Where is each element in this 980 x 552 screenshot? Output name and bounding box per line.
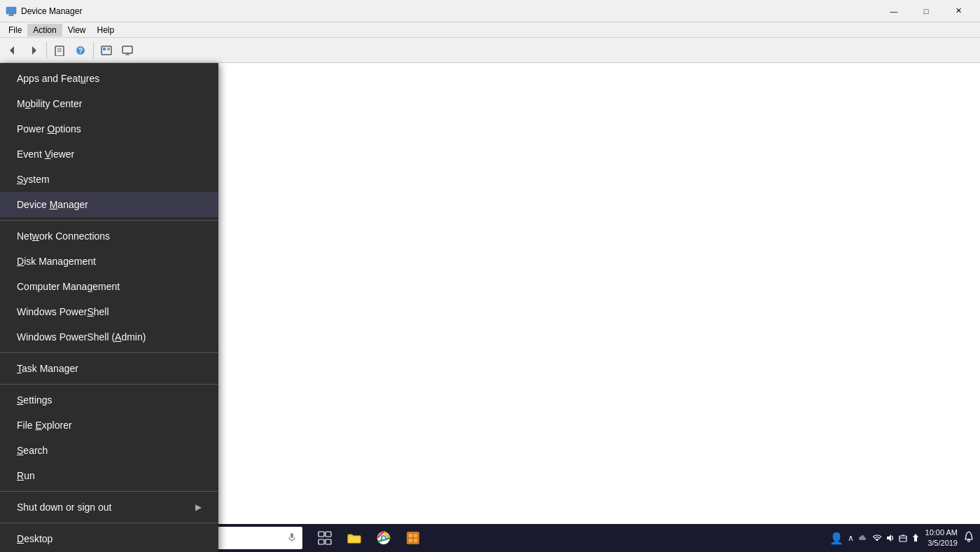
wifi-icon (872, 534, 882, 542)
menu-item-label: Windows PowerShell (17, 306, 109, 317)
menu-item-label: Computer Management (17, 281, 120, 292)
svg-rect-28 (318, 532, 324, 537)
menu-separator-3 (0, 384, 218, 385)
volume-icon (886, 533, 895, 543)
svg-rect-40 (409, 539, 412, 542)
menu-item-disk-management[interactable]: Disk Management (0, 249, 218, 274)
upload-icon (911, 533, 920, 543)
back-button[interactable] (3, 41, 22, 60)
cloud-icon (858, 533, 868, 543)
app-button[interactable] (399, 524, 427, 552)
svg-rect-41 (414, 539, 417, 542)
menu-file[interactable]: File (3, 24, 27, 36)
menu-item-search[interactable]: Search (0, 438, 218, 463)
menu-item-computer-management[interactable]: Computer Management (0, 274, 218, 299)
maximize-button[interactable]: □ (910, 0, 942, 22)
clock-date: 3/5/2019 (925, 538, 958, 548)
taskbar-clock[interactable]: 10:00 AM 3/5/2019 (925, 527, 958, 549)
properties-button[interactable] (50, 41, 69, 60)
menu-action[interactable]: Action (27, 24, 62, 36)
menu-help[interactable]: Help (92, 24, 120, 36)
update-button[interactable] (97, 41, 116, 60)
menu-item-label: Search (17, 445, 48, 456)
menu-separator-1 (0, 220, 218, 221)
chrome-button[interactable] (370, 524, 398, 552)
titlebar: Device Manager — □ ✕ (0, 0, 980, 22)
menu-item-shut-down[interactable]: Shut down or sign out ▶ (0, 495, 218, 520)
menu-item-network-connections[interactable]: Network Connections (0, 223, 218, 249)
menu-item-label: Apps and Features (17, 73, 99, 84)
window-title: Device Manager (21, 6, 878, 16)
svg-rect-0 (6, 7, 16, 14)
window-controls: — □ ✕ (878, 0, 974, 22)
monitor-button[interactable] (118, 41, 137, 60)
svg-marker-4 (32, 46, 36, 55)
app-icon (6, 6, 17, 17)
taskbar-apps (305, 524, 433, 552)
task-view-button[interactable] (311, 524, 339, 552)
menu-item-apps-features[interactable]: Apps and Features (0, 66, 218, 91)
network-icon (899, 533, 907, 543)
svg-rect-43 (899, 536, 906, 541)
menu-item-label: Settings (17, 394, 52, 406)
svg-rect-1 (9, 14, 13, 15)
svg-rect-30 (318, 539, 324, 544)
svg-rect-31 (326, 539, 331, 544)
menu-item-label: Run (17, 470, 35, 481)
forward-button[interactable] (24, 41, 43, 60)
svg-text:?: ? (78, 47, 83, 55)
file-explorer-button[interactable] (340, 524, 368, 552)
menu-item-windows-powershell[interactable]: Windows PowerShell (0, 299, 218, 324)
menu-item-label: File Explorer (17, 420, 72, 431)
menu-separator-4 (0, 491, 218, 492)
svg-point-36 (382, 537, 385, 539)
menu-item-label: System (17, 174, 50, 185)
menu-item-windows-powershell-admin[interactable]: Windows PowerShell (Admin) (0, 324, 218, 350)
clock-time: 10:00 AM (925, 527, 958, 538)
svg-rect-37 (407, 532, 419, 544)
mic-icon (287, 532, 297, 544)
menu-item-desktop[interactable]: Desktop (0, 526, 218, 551)
menu-item-label: Event Viewer (17, 149, 74, 160)
menu-item-power-options[interactable]: Power Options (0, 116, 218, 142)
svg-rect-39 (414, 534, 417, 537)
svg-rect-26 (290, 533, 293, 538)
svg-marker-42 (887, 534, 891, 541)
menu-item-settings[interactable]: Settings (0, 387, 218, 413)
toolbar-separator-1 (46, 42, 47, 59)
help-button[interactable]: ? (71, 41, 90, 60)
toolbar-separator-2 (93, 42, 94, 59)
menu-item-label: Device Manager (17, 199, 88, 210)
taskbar-right: 👤 ∧ 10:00 AM (824, 527, 980, 549)
menu-item-mobility-center[interactable]: Mobility Center (0, 91, 218, 116)
svg-rect-14 (122, 46, 132, 53)
menu-item-label: Shut down or sign out (17, 502, 111, 513)
menu-item-label: Desktop (17, 533, 52, 544)
submenu-arrow-icon: ▶ (195, 502, 202, 512)
system-tray: 👤 ∧ (830, 532, 920, 545)
menu-item-task-manager[interactable]: Task Manager (0, 356, 218, 381)
show-hidden-icon[interactable]: ∧ (848, 533, 854, 543)
menu-item-system[interactable]: System (0, 167, 218, 192)
svg-rect-32 (348, 536, 360, 543)
notification-button[interactable] (963, 531, 974, 545)
menu-separator-5 (0, 523, 218, 523)
menu-item-label: Network Connections (17, 230, 110, 242)
menu-item-device-manager[interactable]: Device Manager (0, 192, 218, 217)
close-button[interactable]: ✕ (942, 0, 974, 22)
menu-item-run[interactable]: Run (0, 463, 218, 488)
svg-point-47 (968, 540, 970, 542)
svg-marker-3 (10, 46, 14, 55)
menu-item-event-viewer[interactable]: Event Viewer (0, 142, 218, 167)
svg-marker-45 (913, 534, 918, 541)
people-icon[interactable]: 👤 (830, 532, 844, 545)
svg-rect-11 (103, 48, 106, 50)
svg-rect-2 (8, 15, 14, 16)
svg-rect-38 (409, 534, 412, 537)
minimize-button[interactable]: — (878, 0, 910, 22)
menu-item-label: Disk Management (17, 256, 96, 267)
menu-item-file-explorer[interactable]: File Explorer (0, 413, 218, 438)
menu-item-label: Mobility Center (17, 98, 82, 109)
menu-view[interactable]: View (62, 24, 92, 36)
menu-separator-2 (0, 352, 218, 353)
